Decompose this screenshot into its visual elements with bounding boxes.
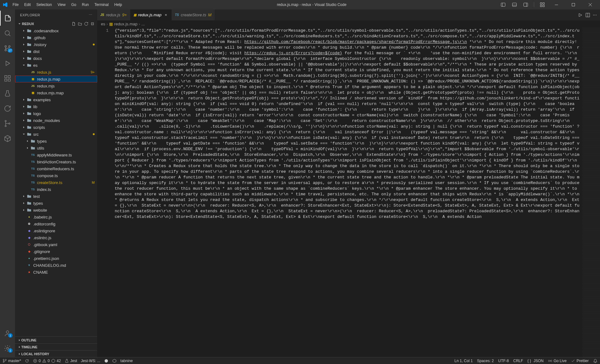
status-branch[interactable]: master* bbox=[3, 359, 21, 363]
status-problems[interactable]: 0 0 42 bbox=[33, 359, 61, 363]
tree-folder[interactable]: .history bbox=[15, 41, 97, 48]
tree-file[interactable]: ◆.eslintrc.js bbox=[15, 234, 97, 241]
status-go-live[interactable]: Go Live bbox=[548, 359, 566, 363]
status-copilot[interactable] bbox=[104, 359, 108, 363]
tree-folder[interactable]: logo bbox=[15, 110, 97, 117]
breadcrumb-segment[interactable]: es bbox=[101, 22, 105, 26]
toggle-primary-sidebar-icon[interactable] bbox=[499, 1, 508, 8]
tree-file[interactable]: ⎔.gitbook.yaml bbox=[15, 241, 97, 248]
tree-file[interactable]: JSredux.js9+ bbox=[15, 69, 97, 76]
status-jest[interactable]: Jest bbox=[65, 359, 77, 363]
activity-accounts-icon[interactable]: 1 bbox=[0, 326, 15, 341]
activity-package-icon[interactable] bbox=[0, 131, 15, 146]
editor-tab[interactable]: TScreateStore.tsM bbox=[172, 9, 215, 20]
menu-selection[interactable]: Selection bbox=[34, 1, 54, 8]
explorer-more-icon[interactable]: ⋯ bbox=[89, 13, 92, 17]
editor-more-icon[interactable]: ⋯ bbox=[593, 13, 597, 17]
tree-file[interactable]: ◆.gitignore bbox=[15, 248, 97, 255]
status-cursor[interactable]: Ln 1, Col 1 bbox=[455, 359, 473, 363]
tree-folder[interactable]: .github bbox=[15, 34, 97, 41]
status-prettier[interactable]: Prettier bbox=[571, 359, 589, 363]
menu-terminal[interactable]: Terminal bbox=[92, 1, 111, 8]
editor-tab[interactable]: ▦redux.js.map× bbox=[130, 9, 172, 20]
tree-file[interactable]: ▦redux.mjs.map bbox=[15, 89, 97, 96]
tree-file[interactable]: TSbindActionCreators.ts bbox=[15, 158, 97, 165]
activity-search-icon[interactable] bbox=[0, 26, 15, 41]
tree-folder[interactable]: src bbox=[15, 131, 97, 138]
activity-settings-icon[interactable]: 1 bbox=[0, 341, 15, 356]
tree-file[interactable]: TScombineReducers.ts bbox=[15, 165, 97, 172]
tree-file[interactable]: ●.babelrc.js bbox=[15, 214, 97, 220]
tree-file[interactable]: TSapplyMiddleware.ts bbox=[15, 151, 97, 158]
new-folder-icon[interactable] bbox=[78, 22, 82, 26]
status-encoding[interactable]: UTF-8 bbox=[498, 359, 509, 363]
breadcrumb-segment[interactable]: ... bbox=[141, 22, 145, 26]
activity-sync-icon[interactable] bbox=[0, 101, 15, 116]
customize-layout-icon[interactable] bbox=[538, 1, 547, 8]
tree-file[interactable]: JSredux.mjs bbox=[15, 82, 97, 89]
maximize-button[interactable] bbox=[566, 0, 581, 9]
tree-folder[interactable]: es bbox=[15, 62, 97, 69]
run-debug-file-icon[interactable] bbox=[578, 13, 583, 18]
tree-folder[interactable]: scripts bbox=[15, 124, 97, 131]
menu-file[interactable]: File bbox=[10, 1, 21, 8]
activity-explorer-icon[interactable] bbox=[0, 11, 15, 26]
tree-folder[interactable]: node_modules bbox=[15, 117, 97, 124]
status-jest-ws[interactable]: Jest-WS: ... bbox=[81, 359, 100, 363]
outline-section[interactable]: OUTLINE bbox=[15, 336, 97, 343]
tree-file[interactable]: ■CNAME bbox=[15, 269, 97, 276]
tree-file[interactable]: ◆.eslintignore bbox=[15, 227, 97, 234]
menu-view[interactable]: View bbox=[55, 1, 68, 8]
tree-file[interactable]: ▼CHANGELOG.md bbox=[15, 262, 97, 269]
status-sync[interactable] bbox=[25, 359, 29, 363]
editor-tab[interactable]: JSredux.js9+ bbox=[97, 9, 130, 20]
tree-folder[interactable]: dist bbox=[15, 48, 97, 55]
activity-git-graph-icon[interactable] bbox=[0, 116, 15, 131]
editor-body[interactable]: 1 {"version":3,"file":"redux.js","source… bbox=[97, 27, 600, 357]
code-content[interactable]: {"version":3,"file":"redux.js","sources"… bbox=[115, 27, 600, 357]
local-history-section[interactable]: LOCAL HISTORY bbox=[15, 350, 97, 357]
menu-help[interactable]: Help bbox=[112, 1, 125, 8]
status-indentation[interactable]: Spaces: 2 bbox=[477, 359, 494, 363]
tree-file[interactable]: TScompose.ts bbox=[15, 172, 97, 179]
tree-folder[interactable]: docs bbox=[15, 55, 97, 62]
tree-folder[interactable]: website bbox=[15, 207, 97, 214]
collapse-all-icon[interactable] bbox=[90, 22, 95, 26]
status-eol[interactable]: CRLF bbox=[513, 359, 523, 363]
new-file-icon[interactable] bbox=[71, 22, 76, 26]
tree-folder[interactable]: lib bbox=[15, 103, 97, 110]
status-eslint[interactable] bbox=[112, 359, 117, 363]
tree-file[interactable]: ●.prettierrc.json bbox=[15, 255, 97, 262]
toggle-panel-icon[interactable] bbox=[510, 1, 519, 8]
breadcrumbs[interactable]: es › ▦ redux.js.map › ... bbox=[97, 20, 600, 27]
timeline-section[interactable]: TIMELINE bbox=[15, 343, 97, 350]
activity-run-debug-icon[interactable] bbox=[0, 56, 15, 71]
status-language[interactable]: { }JSON bbox=[528, 359, 544, 363]
tree-folder[interactable]: test bbox=[15, 193, 97, 200]
tree-folder[interactable]: types bbox=[15, 138, 97, 145]
close-tab-icon[interactable]: × bbox=[163, 13, 168, 17]
tree-file[interactable]: ▦redux.js.map bbox=[15, 76, 97, 82]
tree-folder[interactable]: examples bbox=[15, 96, 97, 103]
menu-run[interactable]: Run bbox=[79, 1, 91, 8]
minimize-button[interactable] bbox=[549, 0, 564, 9]
explorer-root[interactable]: REDUX bbox=[15, 20, 97, 27]
menu-edit[interactable]: Edit bbox=[22, 1, 33, 8]
activity-extensions-icon[interactable] bbox=[0, 71, 15, 86]
tree-folder[interactable]: .codesandbox bbox=[15, 27, 97, 34]
minimap[interactable] bbox=[582, 27, 600, 357]
toggle-secondary-sidebar-icon[interactable] bbox=[521, 1, 530, 8]
menu-go[interactable]: Go bbox=[69, 1, 79, 8]
activity-scm-icon[interactable]: 17 bbox=[0, 41, 15, 56]
refresh-icon[interactable] bbox=[84, 22, 88, 26]
split-editor-icon[interactable] bbox=[585, 13, 590, 18]
status-notifications[interactable] bbox=[593, 359, 597, 363]
tree-file[interactable]: TSindex.ts bbox=[15, 186, 97, 193]
status-tabnine[interactable]: tabnine bbox=[120, 359, 133, 363]
breadcrumb-segment[interactable]: redux.js.map bbox=[114, 22, 137, 26]
tree-file[interactable]: ⚙.editorconfig bbox=[15, 220, 97, 227]
tree-file[interactable]: TScreateStore.tsM bbox=[15, 179, 97, 186]
activity-test-icon[interactable] bbox=[0, 86, 15, 101]
tree-folder[interactable]: types bbox=[15, 200, 97, 207]
close-button[interactable] bbox=[583, 0, 597, 9]
